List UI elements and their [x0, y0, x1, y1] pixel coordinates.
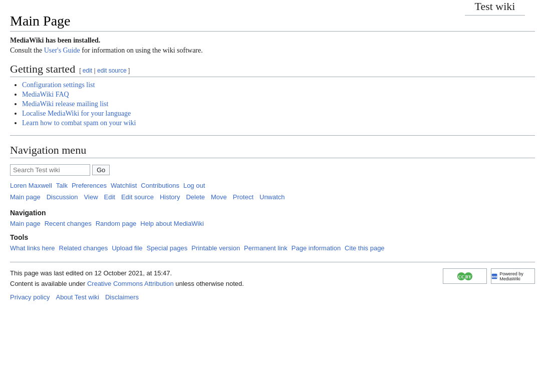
nav-main-page[interactable]: Main page: [10, 220, 41, 227]
edit-link[interactable]: edit: [83, 67, 92, 74]
tab-history[interactable]: History: [160, 193, 180, 201]
cc-link[interactable]: Creative Commons Attribution: [87, 280, 174, 287]
about-link[interactable]: About Test wiki: [56, 293, 99, 301]
user-link-logout[interactable]: Log out: [183, 182, 205, 189]
users-guide-link[interactable]: User's Guide: [44, 47, 80, 54]
consult-after: for information on using the wiki softwa…: [80, 47, 203, 54]
user-links: Loren Maxwell Talk Preferences Watchlist…: [10, 182, 535, 189]
tool-what-links-here[interactable]: What links here: [10, 244, 55, 252]
tab-delete[interactable]: Delete: [186, 193, 205, 201]
list-item: Learn how to combat spam on your wiki: [22, 119, 535, 127]
cc-badge-icon: CC BY: [457, 271, 472, 282]
last-edited: This page was last edited on 12 October …: [10, 268, 244, 279]
nav-help[interactable]: Help about MediaWiki: [140, 220, 203, 227]
config-settings-link[interactable]: Configuration settings list: [22, 81, 95, 89]
tab-view[interactable]: View: [84, 193, 98, 201]
consult-line: Consult the User's Guide for information…: [10, 47, 535, 55]
mediawiki-badge: MW Powered by MediaWiki: [491, 268, 535, 284]
user-link-username[interactable]: Loren Maxwell: [10, 182, 52, 189]
wiki-title: Test wiki: [465, 0, 525, 16]
list-item: MediaWiki FAQ: [22, 91, 535, 99]
footer-text: This page was last edited on 12 October …: [10, 268, 244, 289]
search-input[interactable]: [10, 164, 90, 176]
tab-move[interactable]: Move: [211, 193, 227, 201]
nav-random-page[interactable]: Random page: [96, 220, 137, 227]
tool-permanent-link[interactable]: Permanent link: [244, 244, 288, 252]
edit-source-link[interactable]: edit source: [97, 67, 127, 74]
svg-text:BY: BY: [465, 274, 472, 279]
search-form: Go: [10, 164, 535, 176]
tool-related-changes[interactable]: Related changes: [59, 244, 108, 252]
svg-text:CC: CC: [458, 274, 465, 279]
section-divider: [10, 135, 535, 136]
footer-links: Privacy policy About Test wiki Disclaime…: [10, 293, 535, 301]
mailing-list-link[interactable]: MediaWiki release mailing list: [22, 100, 108, 108]
footer-top: This page was last edited on 12 October …: [10, 268, 535, 289]
tab-unwatch[interactable]: Unwatch: [259, 193, 285, 201]
tools-links: What links here Related changes Upload f…: [10, 244, 535, 252]
svg-text:MW: MW: [492, 275, 497, 278]
disclaimers-link[interactable]: Disclaimers: [105, 293, 139, 301]
spam-link[interactable]: Learn how to combat spam on your wiki: [22, 119, 136, 127]
footer: This page was last edited on 12 October …: [10, 262, 535, 307]
user-link-contributions[interactable]: Contributions: [141, 182, 179, 189]
installed-notice: MediaWiki has been installed.: [10, 37, 535, 45]
list-item: MediaWiki release mailing list: [22, 100, 535, 108]
navigation-menu-heading: Navigation menu: [10, 144, 535, 158]
cc-badge: CC BY: [443, 268, 487, 284]
tab-edit[interactable]: Edit: [104, 193, 115, 201]
user-link-talk[interactable]: Talk: [56, 182, 68, 189]
mediawiki-faq-link[interactable]: MediaWiki FAQ: [22, 91, 69, 98]
tab-discussion[interactable]: Discussion: [47, 193, 78, 201]
user-link-watchlist[interactable]: Watchlist: [111, 182, 137, 189]
wiki-logo-area: Test wiki: [465, 0, 525, 16]
localise-link[interactable]: Localise MediaWiki for your language: [22, 110, 131, 117]
tab-protect[interactable]: Protect: [233, 193, 253, 201]
tool-page-information[interactable]: Page information: [292, 244, 341, 252]
tab-main-page[interactable]: Main page: [10, 193, 41, 201]
navigation-section: Navigation Main page Recent changes Rand…: [10, 209, 535, 227]
tab-edit-source[interactable]: Edit source: [121, 193, 154, 201]
navigation-links: Main page Recent changes Random page Hel…: [10, 220, 535, 227]
navigation-heading: Navigation: [10, 209, 535, 217]
tool-upload-file[interactable]: Upload file: [112, 244, 142, 252]
nav-recent-changes[interactable]: Recent changes: [45, 220, 92, 227]
user-link-preferences[interactable]: Preferences: [72, 182, 107, 189]
getting-started-list: Configuration settings list MediaWiki FA…: [22, 81, 535, 127]
page-title: Main Page: [10, 13, 535, 32]
consult-before: Consult the: [10, 47, 44, 54]
go-button[interactable]: Go: [92, 165, 110, 175]
content-license: Content is available under Creative Comm…: [10, 279, 244, 289]
tool-printable-version[interactable]: Printable version: [191, 244, 240, 252]
getting-started-heading: Getting started [ edit | edit source ]: [10, 63, 535, 77]
tool-special-pages[interactable]: Special pages: [147, 244, 188, 252]
edit-links: [ edit | edit source ]: [79, 67, 130, 74]
page-tabs: Main page Discussion View Edit Edit sour…: [10, 193, 535, 201]
list-item: Configuration settings list: [22, 81, 535, 89]
tools-section: Tools What links here Related changes Up…: [10, 233, 535, 252]
mediawiki-icon: MW: [491, 272, 497, 280]
footer-badges: CC BY MW Powered by MediaWiki: [443, 268, 535, 284]
privacy-policy-link[interactable]: Privacy policy: [10, 293, 50, 301]
mw-powered-label: Powered by MediaWiki: [499, 271, 534, 281]
tool-cite-this-page[interactable]: Cite this page: [345, 244, 385, 252]
list-item: Localise MediaWiki for your language: [22, 110, 535, 118]
tools-heading: Tools: [10, 233, 535, 241]
